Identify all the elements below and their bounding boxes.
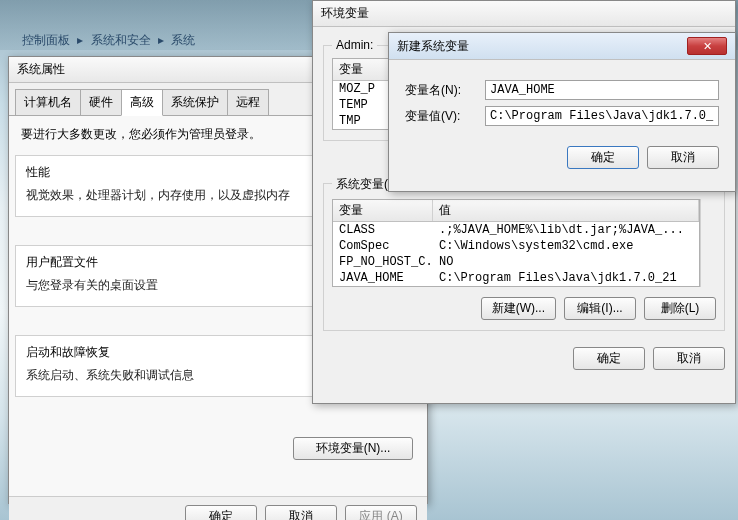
delete-button[interactable]: 删除(L): [644, 297, 716, 320]
window-title: 环境变量: [321, 5, 369, 22]
ok-button[interactable]: 确定: [573, 347, 645, 370]
table-row[interactable]: ComSpecC:\Windows\system32\cmd.exe: [333, 238, 699, 254]
tab-remote[interactable]: 远程: [227, 89, 269, 115]
env-vars-button[interactable]: 环境变量(N)...: [293, 437, 413, 460]
table-row[interactable]: CLASS.;%JAVA_HOME%\lib\dt.jar;%JAVA_...: [333, 222, 699, 238]
col-variable: 变量: [333, 200, 433, 221]
sys-vars-fieldset: 系统变量(S) 变量 值 CLASS.;%JAVA_HOME%\lib\dt.j…: [323, 183, 725, 331]
ok-button[interactable]: 确定: [185, 505, 257, 520]
close-button[interactable]: ✕: [687, 37, 727, 55]
var-name-label: 变量名(N):: [405, 82, 485, 99]
sys-vars-table[interactable]: 变量 值 CLASS.;%JAVA_HOME%\lib\dt.jar;%JAVA…: [332, 199, 700, 287]
ok-button[interactable]: 确定: [567, 146, 639, 169]
user-vars-legend: Admin:: [332, 38, 377, 52]
var-value-input[interactable]: [485, 106, 719, 126]
tab-hardware[interactable]: 硬件: [80, 89, 122, 115]
table-row[interactable]: FP_NO_HOST_C...NO: [333, 254, 699, 270]
new-system-variable-dialog: 新建系统变量 ✕ 变量名(N): 变量值(V): 确定 取消: [388, 32, 736, 192]
tab-computer-name[interactable]: 计算机名: [15, 89, 81, 115]
tab-advanced[interactable]: 高级: [121, 89, 163, 116]
tab-system-protection[interactable]: 系统保护: [162, 89, 228, 115]
breadcrumb: 控制面板 ▸ 系统和安全 ▸ 系统: [20, 32, 197, 49]
title-bar: 新建系统变量 ✕: [389, 33, 735, 60]
cancel-button[interactable]: 取消: [653, 347, 725, 370]
window-title: 新建系统变量: [397, 38, 469, 55]
var-value-label: 变量值(V):: [405, 108, 485, 125]
var-name-input[interactable]: [485, 80, 719, 100]
cancel-button[interactable]: 取消: [647, 146, 719, 169]
col-value: 值: [433, 200, 699, 221]
edit-button[interactable]: 编辑(I)...: [564, 297, 636, 320]
new-button[interactable]: 新建(W)...: [481, 297, 556, 320]
window-title: 系统属性: [17, 61, 65, 78]
apply-button[interactable]: 应用 (A): [345, 505, 417, 520]
close-icon: ✕: [703, 40, 712, 53]
scrollbar[interactable]: [700, 199, 716, 287]
title-bar: 环境变量: [313, 1, 735, 27]
table-row[interactable]: JAVA_HOMEC:\Program Files\Java\jdk1.7.0_…: [333, 270, 699, 286]
cancel-button[interactable]: 取消: [265, 505, 337, 520]
